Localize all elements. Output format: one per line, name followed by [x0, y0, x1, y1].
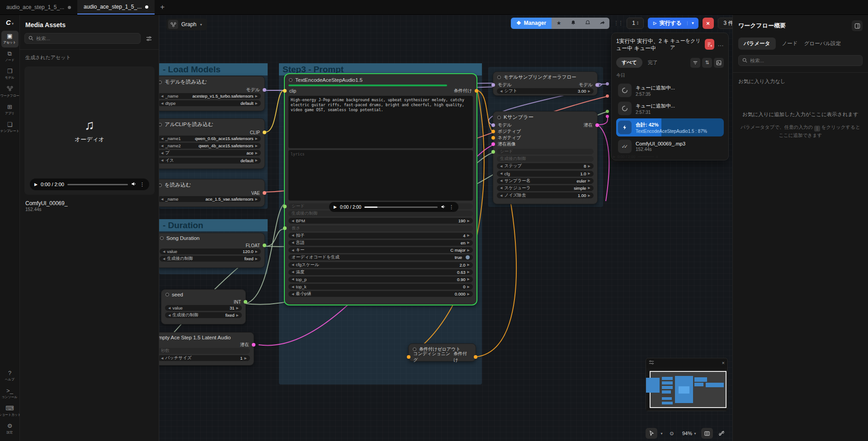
- output-slot-dot[interactable]: [263, 88, 266, 92]
- minimap-settings-icon[interactable]: [649, 359, 654, 367]
- queue-tab-done[interactable]: 完了: [648, 59, 658, 66]
- workflow-tab-1[interactable]: audio_ace_step_1_5_...: [0, 0, 77, 14]
- close-icon[interactable]: ×: [722, 360, 725, 366]
- overview-search-input[interactable]: [750, 58, 859, 63]
- widget-_name2[interactable]: ◀_name2qwen_4b_ace15.safetensors▶: [159, 143, 261, 149]
- queue-more-button[interactable]: ...: [718, 41, 724, 47]
- widget-サンプラー名[interactable]: ◀サンプラー名euler▶: [497, 178, 594, 184]
- node-ksampler[interactable]: Kサンプラー モデル潜在ポジティブネガティブ潜在画像 シード生成後の制御◀ステッ…: [493, 111, 598, 204]
- sidebar-item-shortcuts[interactable]: ⌨ ショートカット: [1, 403, 19, 420]
- collapse-dot[interactable]: [159, 123, 162, 127]
- output-slot-dot[interactable]: [252, 343, 255, 347]
- output-slot-dot[interactable]: [263, 244, 266, 247]
- output-slot-dot[interactable]: [595, 123, 599, 127]
- output-slot-dot[interactable]: [263, 131, 266, 134]
- asset-search-box[interactable]: [24, 33, 141, 44]
- node-song-duration[interactable]: Song Duration FLOAT ◀value120.0▶◀生成後の制御f…: [159, 233, 265, 268]
- queue-tab-all[interactable]: すべて: [616, 57, 642, 68]
- hidden-model-slot-dot[interactable]: [606, 82, 609, 85]
- sidebar-item-help[interactable]: ? ヘルプ: [1, 368, 19, 385]
- widget-value[interactable]: ◀value31▶: [165, 305, 242, 311]
- play-icon[interactable]: ▶: [334, 205, 337, 209]
- output-slot-dot[interactable]: [263, 191, 266, 195]
- collapse-dot[interactable]: [497, 75, 501, 79]
- node-load-model[interactable]: モデルを読み込む モデル ◀_nameacestep_v1.5_turbo.sa…: [159, 76, 265, 111]
- link-visibility-button[interactable]: [716, 428, 727, 439]
- node-conditioning-zero-out[interactable]: 条件付けゼロアウト コンディショニング条件付け: [408, 343, 476, 361]
- drag-handle-icon[interactable]: ⋮⋮: [613, 20, 623, 26]
- widget-温度[interactable]: ◀温度0.63▶: [288, 269, 473, 275]
- input-slot-dot[interactable]: [407, 355, 410, 359]
- run-count-stepper[interactable]: 1 ▴▾: [627, 18, 644, 29]
- widget-キー[interactable]: ◀キーC major▶: [288, 247, 473, 253]
- tab-nodes[interactable]: ノード: [782, 40, 798, 47]
- widget-プ[interactable]: ◀プace▶: [159, 150, 261, 156]
- widget-拍子[interactable]: ◀拍子4▶: [288, 233, 473, 239]
- output-slot-dot[interactable]: [475, 89, 478, 93]
- input-slot-dot[interactable]: [283, 89, 287, 93]
- widget-オーディオコードを生成[interactable]: オーディオコードを生成true: [288, 254, 473, 260]
- widget-バッチサイズ[interactable]: ◀バッチサイズ1▶: [159, 355, 250, 361]
- minimap-toggle-button[interactable]: [701, 428, 713, 439]
- hidden-latent-slot-dot[interactable]: [606, 115, 609, 118]
- run-options-chevron-icon[interactable]: ▼: [687, 21, 698, 25]
- queue-item-pending-2[interactable]: キューに追加中... 2:57:31: [616, 99, 724, 117]
- asset-search-input[interactable]: [36, 36, 137, 41]
- input-slot-dot[interactable]: [491, 150, 495, 154]
- queue-sort-button[interactable]: ⇅: [702, 58, 712, 68]
- star-icon[interactable]: ★: [552, 20, 566, 26]
- sidebar-item-assets[interactable]: ▣ アセット: [1, 31, 19, 47]
- collapse-dot[interactable]: [165, 293, 169, 296]
- widget-_name1[interactable]: ◀_name1qwen_0.6b_ace15.safetensors▶: [159, 136, 261, 141]
- cancel-run-button[interactable]: ×: [703, 18, 714, 29]
- tags-textarea[interactable]: High-energy J-Pop anime background music…: [288, 96, 473, 148]
- share-icon[interactable]: [595, 20, 609, 27]
- tab-parameters[interactable]: パラメータ: [738, 38, 776, 50]
- sidebar-item-templates[interactable]: ❏ テンプレート: [1, 119, 19, 136]
- node-load-dual-clip[interactable]: アルCLIPを読み込む CLIP ◀_name1qwen_0.6b_ace15.…: [159, 118, 265, 169]
- sidebar-item-apps[interactable]: ⊞ アプリ: [1, 102, 19, 118]
- kebab-menu-icon[interactable]: ⋮: [449, 204, 454, 210]
- notification-icon[interactable]: [566, 20, 580, 27]
- queue-item-done[interactable]: ✓✓ ComfyUI_00069_.mp3 152.44s: [616, 137, 724, 155]
- input-slot-dot[interactable]: [491, 123, 495, 127]
- tool-chevron-icon[interactable]: ▼: [660, 432, 663, 435]
- minimap-viewport[interactable]: [646, 367, 727, 411]
- output-slot-dot[interactable]: [474, 355, 477, 359]
- input-slot-dot[interactable]: [491, 83, 495, 87]
- widget-言語[interactable]: ◀言語en▶: [288, 240, 473, 246]
- node-seed[interactable]: seed INT ◀value31▶◀生成後の制御fixed▶: [161, 289, 246, 324]
- node-text-encode-ace-step[interactable]: TextEncodeAceStepAudio1.5 clip条件付け High-…: [284, 73, 477, 305]
- toggle-icon[interactable]: [466, 255, 470, 259]
- sidebar-item-settings[interactable]: ⚙ 設定: [1, 421, 19, 437]
- widget-ノイズ除去[interactable]: ◀ノイズ除去1.00▶: [497, 192, 594, 198]
- clear-queue-button[interactable]: [705, 39, 714, 50]
- queue-item-pending-1[interactable]: キューに追加中... 2:57:35: [616, 81, 724, 99]
- manager-button[interactable]: ❖ Manager: [511, 18, 552, 29]
- collapse-dot[interactable]: [159, 80, 162, 84]
- comfyui-logo[interactable]: C ▾: [6, 19, 14, 26]
- input-slot-dot[interactable]: [491, 130, 495, 133]
- widget-イス[interactable]: ◀イスdefault▶: [159, 158, 261, 164]
- sidebar-item-workflows[interactable]: ワークフロー: [1, 84, 19, 101]
- widget-cfgスケール[interactable]: ◀cfgスケール2.0▶: [288, 262, 473, 268]
- audio-asset-card[interactable]: ♫ オーディオ ▶ 0:00 / 2:00 ⋮: [24, 66, 155, 195]
- widget-最小p値[interactable]: ◀最小p値0.000▶: [288, 291, 473, 297]
- widget-value[interactable]: ◀value120.0▶: [160, 249, 261, 254]
- notification-alt-icon[interactable]: [580, 20, 595, 27]
- lyrics-textarea[interactable]: lyrics: [288, 150, 473, 201]
- pointer-tool-button[interactable]: [646, 428, 657, 439]
- sidebar-item-console[interactable]: >_ コンソール: [1, 385, 19, 402]
- volume-icon[interactable]: [441, 204, 446, 210]
- run-button[interactable]: ▷ 実行する ▼: [648, 18, 698, 29]
- widget-BPM[interactable]: ◀BPM190▶: [288, 218, 473, 224]
- collapse-dot[interactable]: [160, 236, 164, 240]
- hidden-number-slot-dot[interactable]: [606, 110, 609, 113]
- widget-ステップ[interactable]: ◀ステップ8▶: [497, 163, 594, 169]
- collapse-dot[interactable]: [289, 78, 292, 82]
- output-slot-dot[interactable]: [595, 83, 599, 87]
- widget-top_k[interactable]: ◀top_k0▶: [288, 284, 473, 290]
- node-empty-latent-audio[interactable]: mpty Ace Step 1.5 Latent Audio 潜在 秒数◀バッチ…: [159, 332, 254, 366]
- player-progress-bar[interactable]: [67, 184, 128, 185]
- widget-_name[interactable]: ◀_nameace_1.5_vae.safetensors▶: [159, 196, 261, 202]
